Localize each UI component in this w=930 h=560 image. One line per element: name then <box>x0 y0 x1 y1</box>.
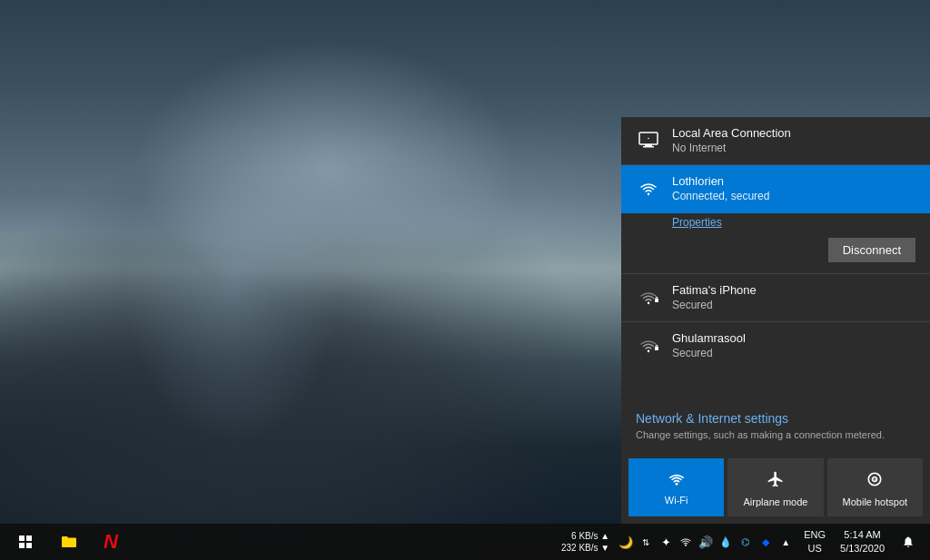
lothlorien-info: Lothlorien Connected, secured <box>672 174 915 203</box>
fatimas-iphone-info: Fatima's iPhone Secured <box>672 283 915 312</box>
airplane-label: Airplane mode <box>744 496 808 507</box>
svg-point-5 <box>648 302 649 304</box>
volume-icon[interactable]: 🔊 <box>697 524 715 560</box>
monitor-icon <box>636 128 661 153</box>
network-tray-icon[interactable] <box>677 524 695 560</box>
lan-connection-item[interactable]: Local Area Connection No Internet <box>621 117 930 164</box>
fatimas-iphone-item[interactable]: Fatima's iPhone Secured <box>621 274 930 321</box>
network-settings-section: Network & Internet settings Change setti… <box>621 398 930 451</box>
wifi-secured-icon-2 <box>636 333 661 359</box>
language-selector[interactable]: ENG US <box>798 524 831 560</box>
battery-icon[interactable]: 💧 <box>717 524 735 560</box>
lang-primary: ENG <box>804 528 826 542</box>
lothlorien-status: Connected, secured <box>672 190 915 204</box>
clock-display[interactable]: 5:14 AM 5/13/2020 <box>833 524 892 560</box>
notification-button[interactable] <box>894 524 923 560</box>
svg-point-9 <box>675 483 678 486</box>
tray-expand-icon[interactable]: ▲ <box>777 524 795 560</box>
upload-speed: 6 KB/s ▲ <box>571 530 609 542</box>
svg-rect-2 <box>643 146 654 148</box>
night-light-icon[interactable]: 🌙 <box>617 524 635 560</box>
lang-secondary: US <box>808 542 822 555</box>
mobile-hotspot-label: Mobile hotspot <box>843 496 908 507</box>
lan-connection-status: No Internet <box>672 142 915 156</box>
svg-rect-6 <box>655 299 658 302</box>
lan-connection-info: Local Area Connection No Internet <box>672 126 915 155</box>
svg-rect-8 <box>655 347 658 350</box>
network-settings-desc: Change settings, such as making a connec… <box>636 428 915 442</box>
system-tray-icons: 🌙 ⇅ ✦ 🔊 💧 ⌬ ◆ <box>615 524 796 560</box>
bluetooth-icon[interactable]: ⌬ <box>737 524 755 560</box>
mobile-hotspot-button[interactable]: (ψ) Mobile hotspot <box>827 458 923 516</box>
wifi-label: Wi-Fi <box>665 495 688 506</box>
notification-icon <box>902 535 915 548</box>
spacer <box>621 370 930 398</box>
disconnect-button[interactable]: Disconnect <box>828 238 915 262</box>
wifi-connected-icon <box>636 176 661 201</box>
folder-icon <box>62 535 76 548</box>
lothlorien-name: Lothlorien <box>672 174 915 190</box>
svg-point-4 <box>648 193 649 195</box>
network-speed-display: 6 KB/s ▲ 232 KB/s ▼ <box>561 530 609 554</box>
svg-point-11 <box>685 545 687 546</box>
taskbar: N 6 KB/s ▲ 232 KB/s ▼ 🌙 ⇅ ✦ <box>0 524 930 560</box>
svg-text:(ψ): (ψ) <box>873 476 878 481</box>
taskbar-left: N <box>0 524 561 560</box>
lan-connection-name: Local Area Connection <box>672 126 915 142</box>
airplane-mode-button[interactable]: Airplane mode <box>727 458 823 516</box>
ghulamrasool-item[interactable]: Ghulamrasool Secured <box>621 322 930 369</box>
disconnect-row: Disconnect <box>621 234 930 273</box>
location-icon[interactable]: ✦ <box>657 524 675 560</box>
time-display: 5:14 AM <box>844 528 880 542</box>
airplane-icon <box>767 470 785 493</box>
ghulamrasool-name: Ghulamrasool <box>672 331 915 347</box>
sync-icon[interactable]: ⇅ <box>637 524 655 560</box>
download-speed: 232 KB/s ▼ <box>561 542 609 554</box>
properties-anchor[interactable]: Properties <box>621 216 737 229</box>
dropbox-icon[interactable]: ◆ <box>757 524 775 560</box>
network-flyout-panel: Local Area Connection No Internet Lothlo… <box>621 117 930 524</box>
taskbar-right: 6 KB/s ▲ 232 KB/s ▼ 🌙 ⇅ ✦ 🔊 <box>561 524 930 560</box>
windows-icon <box>19 535 32 548</box>
network-settings-link[interactable]: Network & Internet settings <box>636 411 788 426</box>
file-explorer-button[interactable] <box>49 524 89 560</box>
netflix-button[interactable]: N <box>91 524 131 560</box>
wifi-secured-icon-1 <box>636 285 661 310</box>
wifi-quick-button[interactable]: Wi-Fi <box>628 458 724 516</box>
svg-rect-1 <box>645 144 652 146</box>
ghulamrasool-status: Secured <box>672 347 915 361</box>
wifi-quick-icon <box>668 472 686 491</box>
ghulamrasool-info: Ghulamrasool Secured <box>672 331 915 360</box>
quick-actions-bar: Wi-Fi Airplane mode (ψ) Mobile hotspot <box>621 451 930 524</box>
properties-link[interactable]: Properties <box>621 213 930 234</box>
svg-point-3 <box>648 138 649 140</box>
date-display: 5/13/2020 <box>840 542 885 555</box>
netflix-icon: N <box>104 530 118 554</box>
mobile-hotspot-icon: (ψ) <box>866 470 884 493</box>
start-button[interactable] <box>4 524 47 560</box>
fatimas-iphone-status: Secured <box>672 299 915 313</box>
svg-point-7 <box>648 350 649 352</box>
fatimas-iphone-name: Fatima's iPhone <box>672 283 915 299</box>
lothlorien-connection-item[interactable]: Lothlorien Connected, secured <box>621 165 930 212</box>
